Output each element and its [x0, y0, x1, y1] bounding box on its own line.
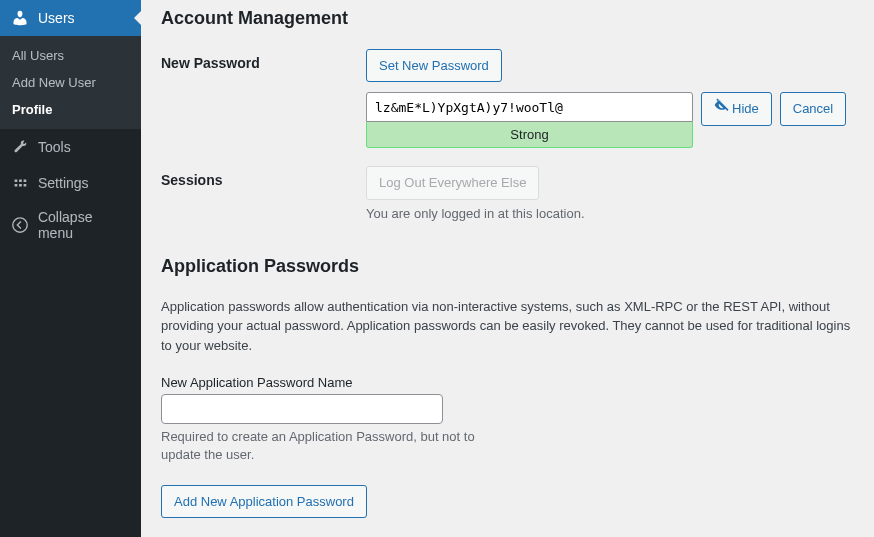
- sidebar-sub-profile[interactable]: Profile: [0, 96, 141, 123]
- hide-password-button[interactable]: Hide: [701, 92, 772, 125]
- password-input[interactable]: [366, 92, 693, 122]
- settings-icon: [10, 173, 30, 193]
- cancel-password-button[interactable]: Cancel: [780, 92, 846, 125]
- app-password-name-input[interactable]: [161, 394, 443, 424]
- app-password-name-label: New Application Password Name: [161, 375, 854, 390]
- hide-button-label: Hide: [732, 97, 759, 120]
- sidebar-sub-add-new-user[interactable]: Add New User: [0, 69, 141, 96]
- sidebar-item-label: Collapse menu: [38, 209, 131, 241]
- sessions-label: Sessions: [161, 166, 366, 188]
- sidebar-item-label: Tools: [38, 139, 71, 155]
- users-icon: [10, 8, 30, 28]
- eye-slash-icon: [714, 97, 730, 120]
- sidebar-item-tools[interactable]: Tools: [0, 129, 141, 165]
- tools-icon: [10, 137, 30, 157]
- logout-everywhere-button[interactable]: Log Out Everywhere Else: [366, 166, 539, 199]
- sidebar-item-users[interactable]: Users: [0, 0, 141, 36]
- sidebar-item-label: Settings: [38, 175, 89, 191]
- sidebar-item-settings[interactable]: Settings: [0, 165, 141, 201]
- collapse-icon: [10, 215, 30, 235]
- new-password-row: New Password Set New Password Strong Hid…: [161, 49, 854, 148]
- svg-point-0: [13, 218, 27, 232]
- main-content: Account Management New Password Set New …: [141, 0, 874, 537]
- app-password-name-helper: Required to create an Application Passwo…: [161, 428, 481, 464]
- admin-sidebar: Users All Users Add New User Profile Too…: [0, 0, 141, 537]
- sidebar-item-collapse[interactable]: Collapse menu: [0, 201, 141, 249]
- sidebar-submenu-users: All Users Add New User Profile: [0, 36, 141, 129]
- sidebar-sub-all-users[interactable]: All Users: [0, 42, 141, 69]
- set-new-password-button[interactable]: Set New Password: [366, 49, 502, 82]
- add-application-password-button[interactable]: Add New Application Password: [161, 485, 367, 518]
- sessions-description: You are only logged in at this location.: [366, 206, 854, 221]
- application-passwords-description: Application passwords allow authenticati…: [161, 297, 854, 356]
- password-strength-indicator: Strong: [366, 122, 693, 148]
- account-management-heading: Account Management: [161, 8, 854, 29]
- sidebar-item-label: Users: [38, 10, 75, 26]
- application-passwords-heading: Application Passwords: [161, 256, 854, 277]
- new-password-label: New Password: [161, 49, 366, 71]
- sessions-row: Sessions Log Out Everywhere Else You are…: [161, 166, 854, 220]
